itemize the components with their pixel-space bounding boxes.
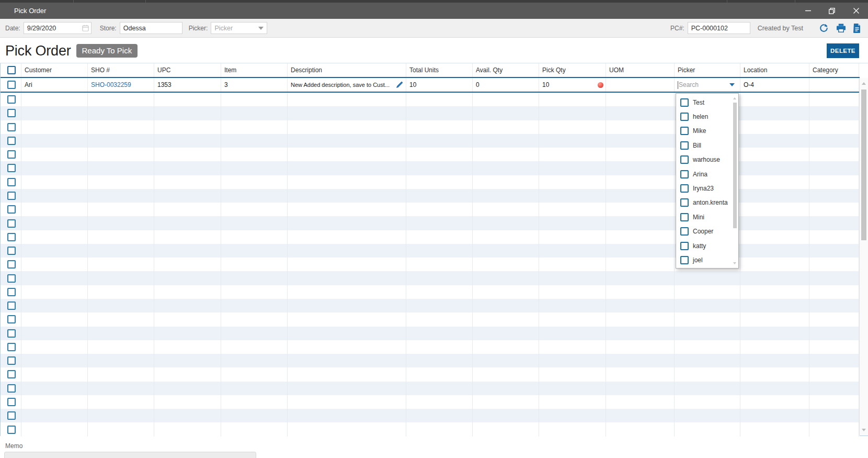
- row-checkbox[interactable]: [7, 343, 16, 351]
- option-checkbox[interactable]: [680, 170, 689, 178]
- row-checkbox[interactable]: [7, 329, 16, 338]
- dropdown-scrollbar-thumb[interactable]: [733, 103, 737, 228]
- option-checkbox[interactable]: [680, 242, 689, 250]
- row-checkbox[interactable]: [7, 123, 16, 131]
- scroll-up-icon[interactable]: [862, 82, 866, 85]
- picker-option-joel[interactable]: joel: [676, 253, 738, 267]
- picker-option-partial[interactable]: [676, 267, 738, 269]
- column-header-item[interactable]: Item: [221, 63, 288, 77]
- pc-number-input[interactable]: [688, 22, 750, 34]
- memo-input[interactable]: [4, 452, 256, 458]
- edit-pencil-icon[interactable]: [396, 81, 403, 88]
- row-checkbox[interactable]: [7, 192, 16, 200]
- row-checkbox[interactable]: [7, 219, 16, 228]
- picker-option-bill[interactable]: Bill: [676, 138, 738, 152]
- minimize-button[interactable]: [796, 3, 820, 19]
- row-checkbox[interactable]: [7, 370, 16, 378]
- option-checkbox[interactable]: [680, 141, 689, 150]
- row-checkbox[interactable]: [7, 150, 16, 159]
- picker-option-arina[interactable]: Arina: [676, 167, 738, 181]
- window-title: Pick Order: [14, 7, 46, 15]
- table-row: [1, 327, 860, 340]
- select-all-checkbox[interactable]: [7, 66, 16, 74]
- row-checkbox[interactable]: [7, 247, 16, 255]
- row-checkbox[interactable]: [7, 426, 16, 434]
- table-row: [1, 312, 860, 326]
- print-button[interactable]: [836, 24, 846, 32]
- picker-option-mini[interactable]: Mini: [676, 210, 738, 224]
- scroll-down-icon[interactable]: [862, 429, 866, 431]
- column-header-description[interactable]: Description: [288, 63, 406, 77]
- row-checkbox[interactable]: [7, 288, 16, 296]
- titlebar: Pick Order: [0, 3, 868, 19]
- column-header-sho[interactable]: SHO #: [88, 63, 154, 77]
- scroll-down-icon[interactable]: [733, 262, 736, 264]
- picker-option-anton-krenta[interactable]: anton.krenta: [676, 196, 738, 210]
- row-checkbox[interactable]: [7, 178, 16, 186]
- calendar-icon[interactable]: [82, 25, 89, 31]
- option-label: katty: [693, 242, 706, 250]
- column-header-picker[interactable]: Picker: [675, 63, 740, 77]
- picker-option-katty[interactable]: katty: [676, 239, 738, 253]
- option-checkbox[interactable]: [680, 227, 689, 236]
- option-checkbox[interactable]: [680, 198, 689, 207]
- document-button[interactable]: [853, 24, 861, 33]
- text-cursor: [678, 81, 678, 89]
- refresh-button[interactable]: [819, 24, 829, 33]
- option-checkbox[interactable]: [680, 98, 689, 107]
- row-checkbox[interactable]: [7, 109, 16, 117]
- table-row: [1, 395, 860, 409]
- picker-option-iryna23[interactable]: Iryna23: [676, 181, 738, 195]
- column-header-avail-qty[interactable]: Avail. Qty: [473, 63, 539, 77]
- column-header-category[interactable]: Category: [809, 63, 859, 77]
- row-checkbox[interactable]: [7, 260, 16, 269]
- option-checkbox[interactable]: [680, 184, 689, 193]
- row-checkbox[interactable]: [7, 274, 16, 283]
- picker-option-cooper[interactable]: Cooper: [676, 225, 738, 239]
- close-button[interactable]: [844, 3, 868, 19]
- column-header-customer[interactable]: Customer: [21, 63, 88, 77]
- dropdown-scrollbar[interactable]: [732, 94, 738, 267]
- option-checkbox[interactable]: [680, 127, 689, 135]
- column-header-total-units[interactable]: Total Units: [406, 63, 473, 77]
- vertical-scrollbar[interactable]: [859, 78, 868, 435]
- row-checkbox[interactable]: [7, 164, 16, 172]
- option-checkbox[interactable]: [680, 213, 689, 221]
- row-checkbox[interactable]: [7, 95, 16, 104]
- restore-button[interactable]: [820, 3, 844, 19]
- row-checkbox[interactable]: [7, 205, 16, 214]
- picker-option-warhouse[interactable]: warhouse: [676, 153, 738, 167]
- table-row-selected[interactable]: Ari SHO-0032259 1353 3 New Added descrip…: [1, 78, 860, 93]
- sho-number-link[interactable]: SHO-0032259: [91, 81, 131, 88]
- picker-option-mike[interactable]: Mike: [676, 124, 738, 138]
- option-checkbox[interactable]: [680, 155, 689, 164]
- picker-select[interactable]: Picker: [211, 22, 267, 34]
- column-header-location[interactable]: Location: [740, 63, 809, 77]
- scroll-up-icon[interactable]: [733, 97, 736, 99]
- picker-option-test[interactable]: Test: [676, 95, 738, 109]
- cell-upc: 1353: [154, 78, 221, 92]
- dropdown-arrow-icon[interactable]: [729, 83, 735, 86]
- memo-label: Memo: [5, 442, 868, 450]
- row-checkbox[interactable]: [7, 81, 16, 89]
- store-input[interactable]: [120, 22, 182, 34]
- row-checkbox[interactable]: [7, 398, 16, 406]
- date-input[interactable]: [24, 22, 92, 34]
- option-checkbox[interactable]: [680, 113, 689, 121]
- row-checkbox[interactable]: [7, 384, 16, 393]
- column-header-pick-qty[interactable]: Pick Qty: [539, 63, 606, 77]
- row-checkbox[interactable]: [7, 301, 16, 310]
- delete-button[interactable]: DELETE: [827, 43, 859, 58]
- option-checkbox[interactable]: [680, 256, 689, 264]
- row-checkbox[interactable]: [7, 315, 16, 323]
- row-checkbox[interactable]: [7, 137, 16, 145]
- picker-search-combo[interactable]: Search: [675, 78, 740, 92]
- column-header-upc[interactable]: UPC: [154, 63, 221, 77]
- row-checkbox[interactable]: [7, 411, 16, 420]
- row-checkbox[interactable]: [7, 356, 16, 365]
- scrollbar-thumb[interactable]: [861, 90, 866, 240]
- picker-option-helen[interactable]: helen: [676, 109, 738, 124]
- column-header-uom[interactable]: UOM: [606, 63, 675, 77]
- row-checkbox[interactable]: [7, 233, 16, 241]
- table-row: [1, 285, 860, 299]
